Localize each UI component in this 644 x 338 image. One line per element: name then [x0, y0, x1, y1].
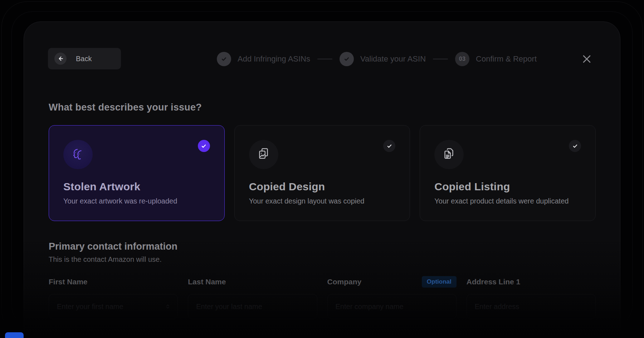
- step-number-badge: 03: [455, 52, 469, 66]
- step-label: Confirm & Report: [476, 54, 537, 64]
- selected-check-icon: [198, 140, 210, 152]
- company-input[interactable]: [327, 294, 457, 319]
- first-name-label: First Name: [49, 278, 88, 286]
- wizard-stepper: Add Infringing ASINs Validate your ASIN …: [217, 52, 537, 66]
- field-first-name: First Name: [49, 277, 178, 319]
- close-button[interactable]: [579, 51, 595, 67]
- optional-badge: Optional: [422, 276, 457, 288]
- back-button-label: Back: [76, 55, 92, 63]
- contact-section-title: Primary contact information: [49, 241, 177, 252]
- company-label: Company: [327, 278, 362, 286]
- contact-section-subtitle: This is the contact Amazon will use.: [49, 255, 162, 264]
- card-title: Copied Design: [249, 181, 396, 193]
- card-title: Copied Listing: [434, 181, 581, 193]
- field-address-line-1: Address Line 1: [467, 277, 596, 319]
- card-description: Your exact design layout was copied: [249, 197, 396, 205]
- step-label: Add Infringing ASINs: [238, 54, 310, 64]
- step-complete-check-icon: [217, 52, 231, 66]
- stepper-separator: [317, 59, 332, 59]
- issue-card-copied-listing[interactable]: Copied Listing Your exact product detail…: [420, 125, 596, 221]
- step-add-infringing-asins[interactable]: Add Infringing ASINs: [217, 52, 310, 66]
- back-arrow-icon: [54, 53, 67, 65]
- issue-section-title: What best describes your issue?: [49, 102, 202, 113]
- step-label: Validate your ASIN: [360, 54, 426, 64]
- issue-card-copied-design[interactable]: Copied Design Your exact design layout w…: [234, 125, 410, 221]
- card-description: Your exact product details were duplicat…: [434, 197, 581, 205]
- clipped-blue-button[interactable]: [5, 332, 24, 338]
- stepper-separator: [433, 59, 448, 59]
- field-company: Company Optional: [327, 277, 457, 319]
- image-pages-icon: [249, 140, 278, 169]
- chevron-up-down-icon: [165, 304, 171, 309]
- unselected-check-icon: [383, 140, 395, 152]
- screen: Back Add Infringing ASINs Validate your …: [0, 0, 644, 338]
- faces-icon: [63, 140, 93, 169]
- document-pages-icon: [434, 140, 464, 169]
- last-name-label: Last Name: [188, 278, 226, 286]
- address-line-1-label: Address Line 1: [467, 278, 521, 286]
- step-confirm-and-report[interactable]: 03 Confirm & Report: [455, 52, 537, 66]
- back-button[interactable]: Back: [48, 48, 121, 69]
- step-complete-check-icon: [340, 52, 354, 66]
- issue-card-list: Stolen Artwork Your exact artwork was re…: [49, 125, 596, 221]
- address-line-1-input[interactable]: [467, 294, 596, 319]
- card-title: Stolen Artwork: [63, 181, 210, 193]
- report-wizard-panel: Back Add Infringing ASINs Validate your …: [24, 21, 620, 338]
- first-name-input[interactable]: [49, 294, 178, 319]
- card-description: Your exact artwork was re-uploaded: [63, 197, 210, 205]
- contact-form: First Name Last Name: [49, 277, 596, 319]
- issue-card-stolen-artwork[interactable]: Stolen Artwork Your exact artwork was re…: [49, 125, 225, 221]
- close-icon: [581, 53, 593, 65]
- step-validate-your-asin[interactable]: Validate your ASIN: [340, 52, 426, 66]
- field-last-name: Last Name: [188, 277, 317, 319]
- last-name-input[interactable]: [188, 294, 317, 319]
- unselected-check-icon: [569, 140, 581, 152]
